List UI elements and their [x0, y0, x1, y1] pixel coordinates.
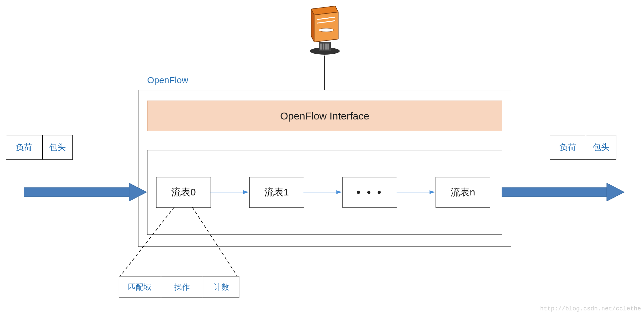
svg-rect-11: [327, 44, 329, 50]
openflow-label: OpenFlow: [147, 75, 188, 85]
big-arrow-right: [502, 183, 625, 201]
svg-rect-10: [325, 44, 327, 50]
svg-marker-17: [430, 190, 435, 194]
svg-marker-2: [314, 12, 338, 42]
svg-point-5: [319, 28, 334, 32]
svg-rect-18: [24, 188, 129, 197]
flow-table-0: 流表0: [156, 177, 211, 208]
flow-table-1: 流表1: [249, 177, 304, 208]
flow-table-n: 流表n: [436, 177, 490, 208]
packet-right: 负荷 包头: [550, 135, 616, 160]
svg-rect-8: [320, 44, 322, 50]
svg-marker-21: [607, 183, 624, 201]
svg-marker-1: [311, 9, 314, 42]
flow-table-n-text: 流表n: [451, 186, 475, 199]
svg-marker-19: [129, 183, 147, 201]
server-icon: [305, 3, 344, 57]
server-link-line: [324, 56, 325, 90]
packet-right-payload: 负荷: [550, 135, 586, 159]
packet-right-header: 包头: [586, 135, 616, 159]
flow-detail-match: 匹配域: [119, 276, 161, 297]
flow-table-dots-text: • • •: [357, 186, 383, 199]
big-arrow-left: [24, 183, 147, 201]
flow-table-1-text: 流表1: [264, 186, 289, 199]
small-arrow-2: [303, 189, 342, 196]
svg-rect-20: [502, 188, 607, 197]
svg-line-22: [120, 207, 174, 276]
flow-detail: 匹配域 操作 计数: [119, 276, 239, 298]
svg-marker-15: [336, 190, 342, 194]
flow-table-dots: • • •: [342, 177, 397, 208]
flow-detail-count: 计数: [203, 276, 239, 297]
svg-rect-9: [323, 44, 324, 50]
small-arrow-3: [396, 189, 436, 196]
small-arrow-1: [210, 189, 249, 196]
svg-line-23: [192, 207, 237, 276]
packet-left: 负荷 包头: [6, 135, 73, 160]
flow-table-0-text: 流表0: [171, 186, 196, 199]
flow-detail-action: 操作: [161, 276, 204, 297]
dashed-callout: [119, 207, 239, 279]
openflow-interface-box: OpenFlow Interface: [147, 101, 502, 131]
svg-marker-13: [243, 190, 249, 194]
packet-left-header: 包头: [43, 135, 72, 159]
openflow-interface-text: OpenFlow Interface: [280, 110, 369, 122]
watermark: http://blog.csdn.net/cclethe: [540, 305, 641, 312]
packet-left-payload: 负荷: [6, 135, 43, 159]
